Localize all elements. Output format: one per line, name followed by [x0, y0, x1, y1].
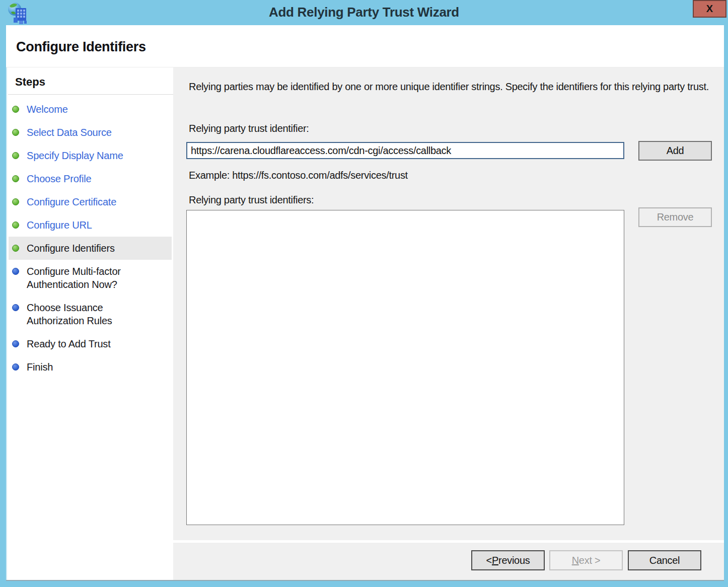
step-upcoming-icon — [12, 304, 19, 311]
example-text: Example: https://fs.contoso.com/adfs/ser… — [189, 170, 408, 181]
identifiers-list-label: Relying party trust identifiers: — [189, 194, 314, 206]
sidebar-item-welcome[interactable]: Welcome — [9, 98, 172, 121]
step-upcoming-icon — [12, 268, 19, 275]
footer-buttonbar: < Previous Next > Cancel — [173, 543, 724, 580]
window-title: Add Relying Party Trust Wizard — [0, 0, 728, 25]
main-column: Relying parties may be identified by one… — [173, 67, 724, 580]
step-completed-icon — [12, 152, 19, 159]
next-button[interactable]: Next > — [549, 550, 623, 570]
wizard-window: Configure Identifiers Steps Welcome Sele… — [6, 25, 724, 580]
add-button[interactable]: Add — [638, 141, 712, 161]
steps-heading: Steps — [15, 76, 173, 89]
identifier-input-label: Relying party trust identifier: — [189, 123, 309, 134]
steps-list: Welcome Select Data Source Specify Displ… — [7, 98, 173, 379]
relying-party-identifier-input[interactable] — [186, 142, 624, 159]
sidebar-item-finish[interactable]: Finish — [9, 355, 172, 379]
sidebar-item-configure-url[interactable]: Configure URL — [9, 213, 172, 237]
sidebar-item-configure-certificate[interactable]: Configure Certificate — [9, 190, 172, 213]
content-pane: Relying parties may be identified by one… — [173, 67, 724, 540]
sidebar-item-configure-identifiers[interactable]: Configure Identifiers — [9, 237, 172, 260]
sidebar-item-specify-display-name[interactable]: Specify Display Name — [9, 144, 172, 167]
step-completed-icon — [12, 129, 19, 136]
step-completed-icon — [12, 198, 19, 205]
steps-sidebar: Steps Welcome Select Data Source Specify… — [6, 67, 173, 580]
step-completed-icon — [12, 245, 19, 252]
step-completed-icon — [12, 175, 19, 182]
identifiers-listbox[interactable] — [186, 210, 624, 525]
titlebar: Add Relying Party Trust Wizard X — [0, 0, 728, 25]
sidebar-item-choose-issuance-rules[interactable]: Choose Issuance Authorization Rules — [9, 296, 172, 332]
step-completed-icon — [12, 106, 19, 113]
cancel-button[interactable]: Cancel — [628, 550, 701, 570]
sidebar-item-configure-multifactor[interactable]: Configure Multi-factor Authentication No… — [9, 260, 172, 296]
page-title: Configure Identifiers — [16, 39, 146, 55]
sidebar-item-select-data-source[interactable]: Select Data Source — [9, 121, 172, 144]
sidebar-item-choose-profile[interactable]: Choose Profile — [9, 167, 172, 190]
page-header: Configure Identifiers — [6, 25, 724, 67]
sidebar-item-ready-to-add-trust[interactable]: Ready to Add Trust — [9, 332, 172, 355]
step-upcoming-icon — [12, 363, 19, 371]
step-completed-icon — [12, 222, 19, 229]
previous-button[interactable]: < Previous — [471, 550, 545, 570]
remove-button[interactable]: Remove — [638, 207, 712, 227]
intro-text: Relying parties may be identified by one… — [189, 80, 712, 94]
close-icon: X — [706, 3, 713, 15]
steps-divider — [8, 94, 173, 95]
close-button[interactable]: X — [693, 0, 726, 18]
step-upcoming-icon — [12, 340, 19, 347]
